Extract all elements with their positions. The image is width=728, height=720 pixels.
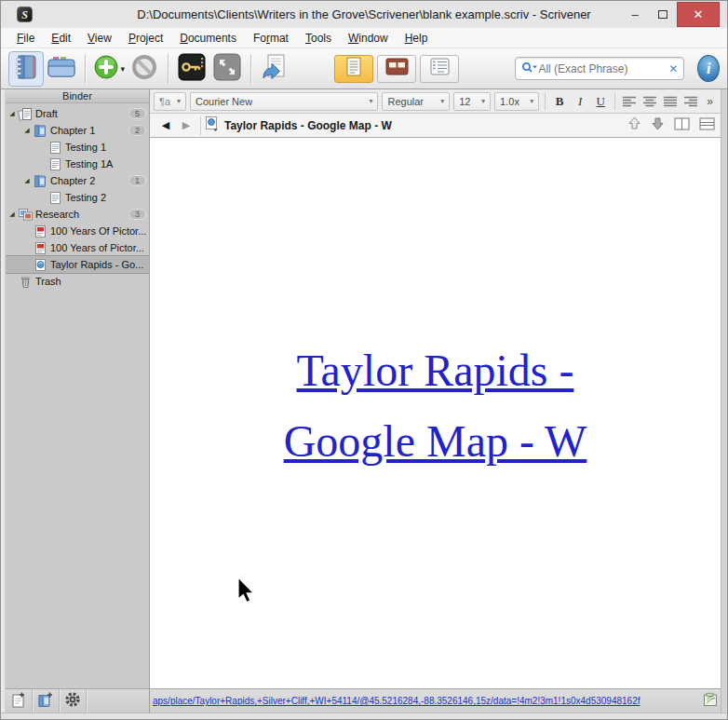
line-spacing-dropdown[interactable]: 1.0x ▾ [494,92,539,111]
editor-header-controls [627,115,715,135]
hyperlink-text-line[interactable]: Taylor Rapids - [150,335,721,406]
font-size-dropdown[interactable]: 12 ▾ [453,92,491,111]
text-doc-icon [47,141,63,155]
binder-footer [6,688,149,713]
binder-item-100-years-of-pictor[interactable]: 100 Years Of Pictor... [6,223,149,239]
document-hyperlink[interactable]: Taylor Rapids -Google Map - W [150,335,721,477]
binder-item-research[interactable]: ◢Research3 [6,206,149,223]
document-count-badge: 3 [128,209,146,220]
quick-reference-button[interactable] [256,51,291,87]
menu-file[interactable]: File [8,32,43,45]
keywords-button[interactable] [174,51,209,87]
forward-button[interactable]: ▶ [176,119,196,131]
underline-button[interactable]: U [592,92,609,111]
add-folder-button[interactable] [33,689,60,713]
search-icon[interactable] [521,61,538,77]
format-overflow-button[interactable]: » [703,95,717,108]
menu-format[interactable]: Format [245,32,297,45]
expand-triangle-icon[interactable]: ◢ [7,211,17,218]
view-mode-document-button[interactable] [334,55,373,83]
format-separator [614,93,615,110]
compile-page-arrow-icon [261,53,287,85]
binder-item-testing-1a[interactable]: Testing 1A [6,156,149,172]
binder-item-label: Chapter 1 [48,125,128,136]
font-name: Courier New [195,96,252,107]
split-horizontal-button[interactable] [699,117,715,134]
binder-item-testing-2[interactable]: Testing 2 [6,189,149,206]
project-search-field[interactable]: ✕ [515,57,684,80]
expand-triangle-icon[interactable]: ◢ [22,177,32,184]
close-button[interactable]: ✕ [677,2,720,27]
font-size: 12 [459,96,470,107]
compose-mode-button[interactable] [209,51,245,87]
maximize-button[interactable] [649,1,677,28]
expand-triangle-icon[interactable]: ◢ [7,110,17,117]
view-mode-corkboard-button[interactable] [377,55,416,83]
align-right-button[interactable] [682,92,699,111]
binder-item-label: Draft [34,108,128,119]
align-left-button[interactable] [621,92,638,111]
menu-view[interactable]: View [79,32,120,45]
back-button[interactable]: ◀ [155,119,176,131]
chevron-down-icon: ▾ [365,97,372,105]
align-center-button[interactable] [641,92,658,111]
status-bar-link[interactable]: aps/place/Taylor+Rapids,+Silver+Cliff,+W… [153,696,700,706]
binder-toggle-button[interactable] [8,51,44,87]
hyperlink-text-line[interactable]: Google Map - W [150,406,721,477]
document-globe-icon[interactable] [205,115,219,135]
menu-edit[interactable]: Edit [43,32,79,45]
delete-button[interactable] [127,51,162,87]
binder-sidebar: Binder ◢Draft5◢Chapter 12Testing 1Testin… [6,89,150,713]
binder-item-draft[interactable]: ◢Draft5 [6,105,149,122]
menu-project[interactable]: Project [120,32,171,45]
split-vertical-button[interactable] [674,117,690,134]
add-document-button[interactable] [6,689,33,713]
binder-item-chapter-1[interactable]: ◢Chapter 12 [6,122,149,139]
add-dropdown-caret-icon[interactable]: ▾ [121,64,126,74]
down-arrow-icon [651,115,665,131]
align-justify-button[interactable] [662,92,679,111]
chevron-down-icon: ▾ [437,97,444,105]
view-mode-outliner-button[interactable] [420,55,459,83]
previous-document-button[interactable] [627,115,641,135]
collections-button[interactable] [44,51,79,87]
next-document-button[interactable] [651,115,665,135]
binder-item-chapter-2[interactable]: ◢Chapter 21 [6,172,149,189]
italic-button[interactable]: I [572,92,588,111]
search-clear-icon[interactable]: ✕ [665,62,678,75]
chevron-down-icon: ▾ [173,97,181,105]
split-vertical-icon [674,117,690,130]
binder-item-testing-1[interactable]: Testing 1 [6,139,149,156]
add-item-button[interactable]: ▾ [91,51,127,87]
font-style: Regular [387,96,424,107]
search-input[interactable] [538,62,665,75]
binder-item-100-years-of-pictor[interactable]: 100 Years of Pictor... [6,239,149,256]
add-plus-icon [93,54,119,84]
binder-item-taylor-rapids-go[interactable]: Taylor Rapids - Go... [6,256,149,273]
settings-gear-button[interactable] [60,689,87,713]
chapter-folder-icon [32,174,48,188]
add-document-icon [11,691,27,712]
corkboard-icon [385,58,409,79]
font-dropdown[interactable]: Courier New ▾ [190,92,378,111]
minimize-button[interactable]: – [621,1,649,28]
menu-tools[interactable]: Tools [297,32,340,45]
binder-item-label: 100 Years Of Pictor... [48,225,149,237]
font-style-dropdown[interactable]: Regular ▾ [382,92,450,111]
window-right-edge [721,89,727,713]
align-right-icon [683,95,698,107]
line-spacing: 1.0x [500,96,519,107]
main-area: Binder ◢Draft5◢Chapter 12Testing 1Testin… [1,89,727,713]
bold-button[interactable]: B [551,92,568,111]
expand-arrows-icon [213,53,241,85]
binder-item-trash[interactable]: Trash [6,273,149,290]
preset-dropdown[interactable]: ¶a ▾ [154,92,186,111]
preset-label: ¶a [159,96,170,107]
webpage-clipboard-icon[interactable] [703,692,718,711]
expand-triangle-icon[interactable]: ◢ [22,127,32,134]
menu-documents[interactable]: Documents [171,32,245,45]
menu-window[interactable]: Window [340,32,397,45]
main-toolbar: ▾ [1,48,727,89]
menu-help[interactable]: Help [397,32,437,45]
inspector-button[interactable]: i [697,55,720,82]
